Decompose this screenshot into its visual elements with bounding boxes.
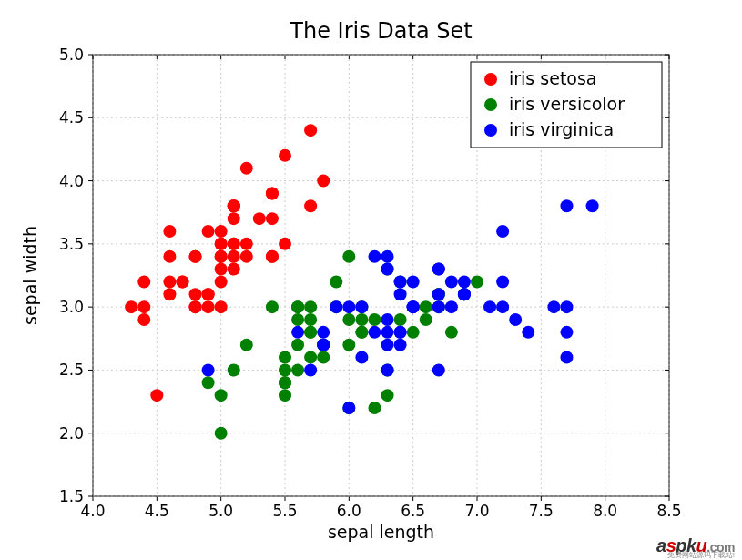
data-point <box>407 326 420 339</box>
data-point <box>496 275 509 288</box>
legend-marker <box>484 73 497 86</box>
data-point <box>240 250 253 263</box>
x-tick-label: 7.5 <box>529 502 554 520</box>
x-tick-label: 5.0 <box>208 502 233 520</box>
data-point <box>432 263 445 276</box>
data-point <box>496 300 509 313</box>
data-point <box>163 225 176 238</box>
data-point <box>317 175 330 188</box>
data-point <box>355 326 368 339</box>
data-point <box>509 313 522 326</box>
y-tick-label: 5.0 <box>59 46 84 64</box>
data-point <box>189 300 202 313</box>
y-tick-label: 3.0 <box>59 298 84 316</box>
legend-label: iris versicolor <box>509 94 625 114</box>
data-point <box>125 300 137 313</box>
data-point <box>522 326 534 339</box>
y-tick-label: 2.0 <box>59 424 84 443</box>
data-point <box>304 300 317 313</box>
data-point <box>458 275 471 288</box>
data-point <box>266 187 279 199</box>
y-tick-label: 3.5 <box>59 235 84 253</box>
data-point <box>291 313 304 326</box>
data-point <box>432 288 445 300</box>
y-tick-label: 2.5 <box>59 361 84 379</box>
data-point <box>330 300 342 313</box>
data-point <box>291 363 304 376</box>
data-point <box>228 263 240 276</box>
data-point <box>560 199 573 212</box>
data-point <box>483 300 496 313</box>
data-point <box>560 326 573 339</box>
data-point <box>189 250 202 263</box>
data-point <box>304 124 317 137</box>
data-point <box>368 402 381 414</box>
data-point <box>381 389 394 402</box>
data-point <box>202 288 215 300</box>
x-tick-label: 7.0 <box>464 502 489 520</box>
data-point <box>420 313 432 326</box>
data-point <box>547 300 560 313</box>
data-point <box>394 339 407 351</box>
data-point <box>342 339 355 351</box>
data-point <box>291 339 304 351</box>
data-point <box>240 238 253 250</box>
data-point <box>266 250 279 263</box>
data-point <box>342 300 355 313</box>
data-point <box>381 326 394 339</box>
data-point <box>381 263 394 276</box>
data-point <box>189 288 202 300</box>
x-tick-label: 6.0 <box>337 502 361 520</box>
data-point <box>215 427 228 440</box>
chart-title: The Iris Data Set <box>289 18 472 44</box>
data-point <box>279 238 291 250</box>
x-tick-label: 6.5 <box>401 502 425 520</box>
data-point <box>163 288 176 300</box>
data-point <box>496 225 509 238</box>
data-point <box>279 351 291 364</box>
scatter-chart: 4.04.55.05.56.06.57.07.58.08.51.52.02.53… <box>0 0 742 560</box>
data-point <box>304 199 317 212</box>
legend-label: iris virginica <box>509 119 614 139</box>
data-point <box>432 300 445 313</box>
data-point <box>202 300 215 313</box>
y-axis-label: sepal width <box>20 226 40 325</box>
data-point <box>215 238 228 250</box>
data-point <box>279 149 291 162</box>
data-point <box>304 313 317 326</box>
data-point <box>394 275 407 288</box>
data-point <box>228 212 240 225</box>
data-point <box>420 300 432 313</box>
x-tick-label: 5.5 <box>272 502 297 520</box>
data-point <box>381 363 394 376</box>
data-point <box>330 275 342 288</box>
data-point <box>586 199 599 212</box>
data-point <box>304 351 317 364</box>
data-point <box>368 250 381 263</box>
data-point <box>368 326 381 339</box>
data-point <box>279 389 291 402</box>
data-point <box>355 300 368 313</box>
data-point <box>291 300 304 313</box>
x-tick-label: 8.0 <box>593 502 617 520</box>
data-point <box>202 376 215 389</box>
data-point <box>381 339 394 351</box>
data-point <box>304 326 317 339</box>
data-point <box>407 275 420 288</box>
watermark-subtext: 免费网站源码下载站! <box>667 550 735 560</box>
data-point <box>137 275 150 288</box>
data-point <box>317 326 330 339</box>
data-point <box>445 275 458 288</box>
data-point <box>381 313 394 326</box>
data-point <box>560 300 573 313</box>
data-point <box>215 275 228 288</box>
data-point <box>215 263 228 276</box>
data-point <box>240 162 253 175</box>
data-point <box>394 326 407 339</box>
data-point <box>215 250 228 263</box>
data-point <box>317 339 330 351</box>
data-point <box>253 212 266 225</box>
x-axis-label: sepal length <box>328 522 434 542</box>
data-point <box>202 225 215 238</box>
y-tick-label: 4.5 <box>59 108 84 127</box>
